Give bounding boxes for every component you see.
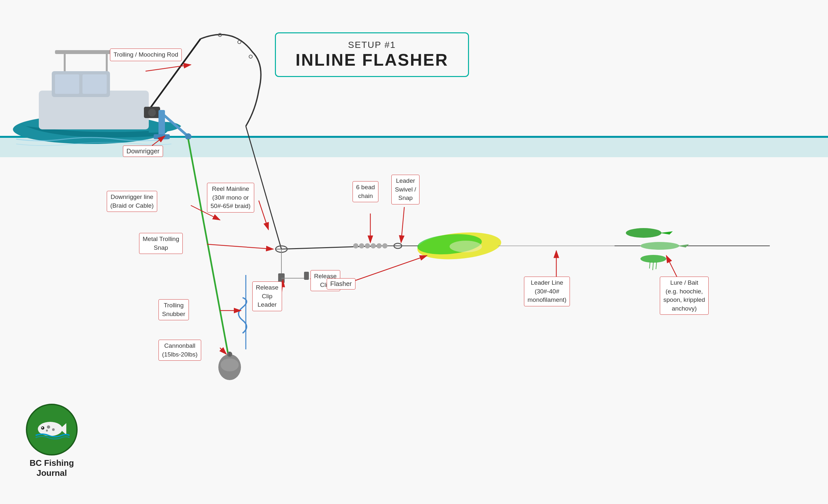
svg-point-43 [450, 241, 482, 252]
svg-line-52 [146, 65, 191, 71]
title-main: INLINE FLASHER [289, 50, 455, 70]
svg-point-40 [394, 243, 402, 248]
water-line [0, 136, 828, 138]
svg-line-63 [353, 256, 427, 282]
svg-point-72 [42, 427, 43, 428]
svg-point-38 [376, 243, 382, 248]
svg-point-21 [227, 352, 232, 357]
svg-point-20 [220, 359, 239, 371]
svg-point-19 [218, 354, 241, 380]
svg-point-13 [148, 109, 156, 117]
label-metal-trolling-snap: Metal TrollingSnap [139, 233, 183, 254]
svg-rect-7 [55, 50, 116, 54]
svg-point-68 [47, 425, 50, 429]
svg-point-11 [249, 55, 252, 58]
label-reel-mainline: Reel Mainline(30# mono or50#-65# braid) [207, 183, 254, 213]
svg-rect-2 [52, 71, 110, 97]
svg-line-60 [220, 348, 226, 354]
svg-point-41 [416, 229, 502, 262]
svg-line-56 [207, 244, 273, 249]
svg-point-69 [52, 428, 55, 431]
diagram-container: SETUP #1 INLINE FLASHER [0, 0, 828, 504]
label-leader-swivel-snap: LeaderSwivel /Snap [391, 175, 419, 204]
label-lure-bait: Lure / Bait(e.g. hoochie,spoon, krippled… [660, 277, 709, 315]
svg-rect-14 [159, 110, 165, 136]
svg-rect-12 [144, 107, 160, 118]
svg-point-42 [417, 232, 483, 256]
svg-point-45 [626, 228, 661, 238]
svg-line-16 [162, 113, 188, 136]
svg-point-9 [218, 33, 221, 37]
svg-point-46 [640, 242, 679, 250]
svg-rect-4 [82, 74, 107, 94]
svg-line-48 [650, 261, 650, 268]
label-release-clip-leader: ReleaseClipLeader [252, 282, 282, 311]
svg-rect-32 [304, 272, 309, 280]
svg-point-47 [640, 255, 666, 263]
setup-label: SETUP #1 [289, 40, 455, 50]
svg-line-18 [188, 139, 230, 362]
title-box: SETUP #1 INLINE FLASHER [275, 32, 469, 77]
label-trolling-rod: Trolling / Mooching Rod [110, 48, 182, 61]
svg-point-39 [382, 243, 387, 248]
label-trolling-snubber: TrollingSnubber [159, 299, 189, 320]
svg-line-62 [401, 207, 404, 243]
svg-point-10 [238, 40, 241, 44]
label-leader-line: Leader Line(30#-40#monofilament) [524, 277, 570, 306]
label-flasher: Flasher [327, 278, 356, 290]
svg-point-35 [359, 243, 364, 248]
svg-rect-3 [55, 74, 79, 94]
svg-point-36 [365, 243, 370, 248]
svg-point-28 [276, 246, 287, 252]
label-downrigger-line: Downrigger line(Braid or Cable) [107, 191, 157, 212]
logo-container: BC Fishing Journal [26, 404, 78, 478]
svg-line-55 [259, 201, 268, 230]
label-downrigger: Downrigger [123, 145, 163, 157]
logo-name2: Journal [30, 468, 74, 478]
svg-point-70 [46, 430, 48, 431]
svg-point-34 [353, 243, 358, 248]
svg-line-50 [656, 262, 657, 269]
label-cannonball: Cannonball(15lbs-20lbs) [159, 340, 201, 361]
logo-text: BC Fishing Journal [30, 458, 74, 478]
logo-circle [26, 404, 78, 456]
svg-line-49 [653, 262, 653, 270]
logo-name: BC Fishing [30, 458, 74, 468]
svg-point-37 [371, 243, 376, 248]
svg-rect-1 [39, 91, 149, 129]
label-six-bead-chain: 6 beadchain [353, 181, 378, 202]
svg-line-25 [281, 246, 382, 249]
